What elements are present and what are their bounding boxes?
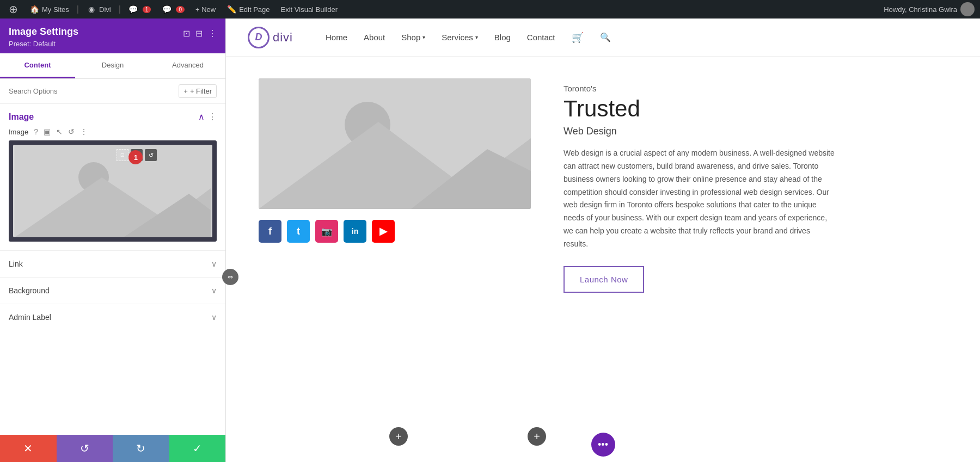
resize-handle[interactable]: ⇔ — [222, 269, 238, 285]
right-section: Toronto's Trusted Web Design Web design … — [564, 78, 947, 293]
image-preview[interactable]: ⊡ 🗑 ↺ 1 — [13, 145, 212, 237]
help-icon[interactable]: ? — [34, 127, 38, 136]
facebook-icon[interactable]: f — [259, 220, 281, 243]
link-label: Link — [9, 260, 23, 268]
wordpress-icon[interactable]: ⊕ — [5, 2, 21, 17]
sidebar-preset[interactable]: Preset: Default — [9, 40, 78, 48]
linkedin-icon[interactable]: in — [344, 220, 366, 243]
toolbar-more-icon[interactable]: ⋮ — [80, 127, 88, 136]
image-toolbar: Image ? ▣ ↖ ↺ ⋮ — [0, 127, 225, 140]
exit-builder-item[interactable]: Exit Visual Builder — [277, 0, 342, 19]
search-input[interactable] — [9, 87, 174, 95]
youtube-icon[interactable]: ▶ — [372, 220, 395, 243]
comments-item2[interactable]: 💬 0 — [157, 0, 189, 19]
admin-label-chevron-icon: ∨ — [211, 313, 217, 322]
link-section[interactable]: Link ∨ — [0, 250, 225, 277]
image-toolbar-label: Image — [9, 128, 28, 136]
image-section-header: Image ∧ ⋮ — [0, 104, 225, 127]
shop-dropdown-icon: ▾ — [422, 34, 425, 40]
site-nav: D divi Home About Shop ▾ Services ▾ — [226, 19, 980, 57]
social-icons: f t 📷 in ▶ — [259, 220, 531, 243]
tab-design[interactable]: Design — [75, 53, 150, 78]
my-sites-item[interactable]: 🏠 My Sites — [25, 0, 74, 19]
site-logo[interactable]: D divi — [248, 27, 293, 48]
image-placeholder-svg — [13, 145, 212, 237]
nav-contact[interactable]: Contact — [527, 33, 555, 42]
redo-button[interactable]: ↻ — [113, 435, 169, 462]
image-section-title: Image — [9, 112, 34, 122]
tab-advanced[interactable]: Advanced — [150, 53, 225, 78]
restore-icon[interactable]: ↺ — [145, 149, 157, 161]
main-image-placeholder — [259, 78, 531, 209]
instagram-icon[interactable]: 📷 — [315, 220, 338, 243]
sidebar-title-block: Image Settings Preset: Default — [9, 26, 78, 48]
separator: | — [77, 4, 79, 14]
edit-page-item[interactable]: ✏️ Edit Page — [222, 0, 274, 19]
sidebar-header: Image Settings Preset: Default ⊡ ⊟ ⋮ — [0, 19, 225, 53]
search-icon[interactable]: 🔍 — [600, 32, 611, 42]
nav-about[interactable]: About — [364, 33, 385, 42]
sidebar-title: Image Settings — [9, 26, 78, 38]
section-more-icon[interactable]: ⋮ — [208, 112, 217, 122]
sidebar-header-row: Image Settings Preset: Default ⊡ ⊟ ⋮ — [9, 26, 217, 48]
logo-circle: D — [248, 27, 270, 48]
admin-bar-right: Howdy, Christina Gwira — [884, 2, 975, 16]
filter-button[interactable]: + + Filter — [179, 84, 217, 98]
collapse-icon[interactable]: ∧ — [198, 112, 205, 122]
cart-icon[interactable]: 🛒 — [572, 32, 584, 44]
hero-description: Web design is a crucial aspect of any mo… — [564, 147, 836, 250]
floating-menu-button[interactable]: ••• — [591, 433, 615, 457]
sidebar-header-actions: ⊡ ⊟ ⋮ — [183, 28, 217, 39]
admin-label-label: Admin Label — [9, 313, 51, 322]
nav-home[interactable]: Home — [326, 33, 347, 42]
comment-icon: 💬 — [128, 4, 138, 14]
page-content: f t 📷 in ▶ Toronto's Trusted Web Design … — [226, 57, 980, 462]
more-icon[interactable]: ⋮ — [208, 28, 217, 39]
add-section-button-2[interactable]: + — [528, 427, 546, 446]
nav-blog[interactable]: Blog — [494, 33, 511, 42]
bottom-toolbar: ✕ ↺ ↻ ✓ — [0, 435, 225, 462]
reset-icon[interactable]: ↺ — [68, 127, 75, 136]
avatar — [960, 2, 975, 16]
logo-text: divi — [273, 30, 293, 45]
add-section-button-1[interactable]: + — [389, 427, 408, 446]
main-layout: Image Settings Preset: Default ⊡ ⊟ ⋮ Con… — [0, 19, 980, 462]
hero-subtitle: Web Design — [564, 126, 947, 137]
content-area: D divi Home About Shop ▾ Services ▾ — [226, 19, 980, 462]
background-chevron-icon: ∨ — [211, 286, 217, 295]
edit-icon: ✏️ — [226, 4, 236, 14]
image-preview-container: ⊡ 🗑 ↺ 1 — [9, 140, 217, 242]
separator2: | — [119, 4, 121, 14]
background-section[interactable]: Background ∨ — [0, 277, 225, 304]
dashed-icon: ⊡ — [117, 149, 128, 161]
nav-services[interactable]: Services ▾ — [442, 33, 478, 42]
confirm-button[interactable]: ✓ — [169, 435, 226, 462]
cursor-icon[interactable]: ↖ — [56, 127, 63, 136]
link-chevron-icon: ∨ — [211, 260, 217, 268]
hero-title: Trusted — [564, 96, 947, 121]
cancel-button[interactable]: ✕ — [0, 435, 57, 462]
section-actions: ∧ ⋮ — [198, 112, 217, 122]
undo-button[interactable]: ↺ — [57, 435, 113, 462]
divi-item[interactable]: ◉ Divi — [82, 0, 115, 19]
frame-icon[interactable]: ▣ — [44, 127, 51, 136]
nav-shop[interactable]: Shop ▾ — [401, 33, 425, 42]
maximize-icon[interactable]: ⊡ — [183, 28, 190, 39]
twitter-icon[interactable]: t — [287, 220, 310, 243]
background-label: Background — [9, 286, 50, 295]
tab-content[interactable]: Content — [0, 53, 75, 78]
launch-button[interactable]: Launch Now — [564, 266, 644, 293]
new-item[interactable]: + New — [191, 0, 220, 19]
comments-item[interactable]: 💬 1 — [124, 0, 156, 19]
services-dropdown-icon: ▾ — [475, 34, 478, 40]
grid-icon[interactable]: ⊟ — [195, 28, 203, 39]
add-buttons-row: + + — [389, 427, 546, 446]
sidebar-search: + + Filter — [0, 79, 225, 104]
home-icon: 🏠 — [29, 4, 39, 14]
sidebar: Image Settings Preset: Default ⊡ ⊟ ⋮ Con… — [0, 19, 226, 462]
comment2-icon: 💬 — [162, 4, 171, 14]
sidebar-tabs: Content Design Advanced — [0, 53, 225, 79]
admin-label-section[interactable]: Admin Label ∨ — [0, 304, 225, 330]
left-section: f t 📷 in ▶ — [259, 78, 531, 243]
main-image — [259, 78, 531, 209]
